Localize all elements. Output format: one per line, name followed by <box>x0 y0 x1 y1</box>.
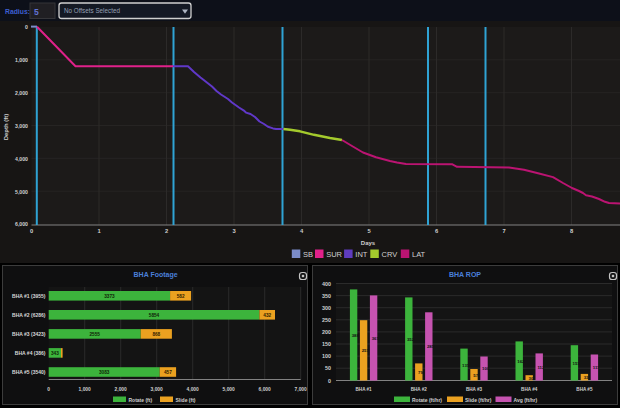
svg-text:BHA ROP: BHA ROP <box>449 271 481 278</box>
svg-text:7,000: 7,000 <box>295 387 308 392</box>
svg-text:Days: Days <box>361 240 376 246</box>
svg-text:CRV: CRV <box>382 250 398 259</box>
svg-text:Slide (ft): Slide (ft) <box>176 397 196 403</box>
svg-text:100: 100 <box>482 366 490 371</box>
svg-text:BHA #3: BHA #3 <box>466 387 483 392</box>
svg-text:1,000: 1,000 <box>79 387 92 392</box>
svg-text:868: 868 <box>152 332 160 337</box>
svg-text:BHA #5 (3540): BHA #5 (3540) <box>12 369 46 375</box>
svg-text:BHA #5: BHA #5 <box>576 387 593 392</box>
svg-text:352: 352 <box>407 337 415 342</box>
svg-text:57: 57 <box>473 373 478 378</box>
svg-text:0: 0 <box>47 387 50 392</box>
svg-text:Slide (ft/hr): Slide (ft/hr) <box>465 397 492 403</box>
svg-text:1,000: 1,000 <box>15 57 28 63</box>
svg-text:BHA #1: BHA #1 <box>356 387 373 392</box>
svg-text:SB: SB <box>303 250 313 259</box>
svg-text:Depth (ft): Depth (ft) <box>3 114 9 141</box>
svg-text:50: 50 <box>325 365 331 371</box>
svg-text:400: 400 <box>322 281 331 287</box>
svg-text:100: 100 <box>322 353 331 359</box>
svg-text:135: 135 <box>462 363 470 368</box>
svg-text:INT: INT <box>355 250 368 259</box>
svg-text:285: 285 <box>427 344 435 349</box>
svg-text:No Offsets Selected: No Offsets Selected <box>64 7 120 14</box>
svg-text:0: 0 <box>25 24 28 30</box>
svg-text:BHA #1 (3955): BHA #1 (3955) <box>12 293 46 299</box>
svg-text:151: 151 <box>573 361 581 366</box>
svg-text:6,000: 6,000 <box>259 387 272 392</box>
svg-text:388: 388 <box>352 333 360 338</box>
svg-text:5854: 5854 <box>149 313 160 318</box>
svg-text:432: 432 <box>263 313 271 318</box>
svg-text:361: 361 <box>372 336 380 341</box>
svg-text:112: 112 <box>537 365 545 370</box>
svg-text:2: 2 <box>165 228 168 234</box>
svg-text:BHA #2 (6286): BHA #2 (6286) <box>12 312 46 318</box>
svg-text:LAT: LAT <box>412 250 426 259</box>
svg-text:7: 7 <box>502 228 505 234</box>
svg-text:5,000: 5,000 <box>223 387 236 392</box>
svg-text:2555: 2555 <box>89 332 100 337</box>
svg-text:Rotate (ft): Rotate (ft) <box>129 397 153 403</box>
svg-text:111: 111 <box>593 365 600 370</box>
svg-text:30: 30 <box>529 376 534 381</box>
svg-text:BHA #4: BHA #4 <box>521 387 538 392</box>
svg-text:3,000: 3,000 <box>15 123 28 129</box>
svg-text:300: 300 <box>322 305 331 311</box>
svg-text:200: 200 <box>322 329 331 335</box>
svg-text:250: 250 <box>322 317 331 323</box>
svg-text:BHA #3 (3423): BHA #3 (3423) <box>12 331 46 337</box>
svg-text:150: 150 <box>322 341 331 347</box>
svg-text:BHA #4 (386): BHA #4 (386) <box>15 350 46 356</box>
svg-text:6,000: 6,000 <box>15 221 28 227</box>
svg-text:5: 5 <box>34 7 39 17</box>
svg-text:457: 457 <box>164 370 172 375</box>
svg-text:162: 162 <box>517 359 525 364</box>
svg-text:2,000: 2,000 <box>115 387 128 392</box>
svg-text:257: 257 <box>362 348 370 353</box>
svg-text:4,000: 4,000 <box>15 156 28 162</box>
svg-text:BHA Footage: BHA Footage <box>134 271 178 279</box>
svg-text:33: 33 <box>584 375 589 380</box>
svg-text:582: 582 <box>177 294 185 299</box>
svg-text:SUR: SUR <box>326 250 342 259</box>
svg-text:2,000: 2,000 <box>15 90 28 96</box>
svg-text:0: 0 <box>30 228 33 234</box>
svg-text:Avg (ft/hr): Avg (ft/hr) <box>514 397 538 403</box>
svg-text:5,000: 5,000 <box>15 189 28 195</box>
svg-text:Rotate (ft/hr): Rotate (ft/hr) <box>412 397 442 403</box>
svg-text:0: 0 <box>328 378 331 384</box>
svg-text:Radius:: Radius: <box>5 8 30 15</box>
svg-text:3083: 3083 <box>99 370 110 375</box>
svg-text:350: 350 <box>322 293 331 299</box>
svg-text:BHA #2: BHA #2 <box>411 387 428 392</box>
svg-text:343: 343 <box>51 351 59 356</box>
svg-text:3373: 3373 <box>104 294 115 299</box>
svg-text:79: 79 <box>418 370 423 375</box>
svg-text:4,000: 4,000 <box>187 387 200 392</box>
svg-text:3,000: 3,000 <box>151 387 164 392</box>
